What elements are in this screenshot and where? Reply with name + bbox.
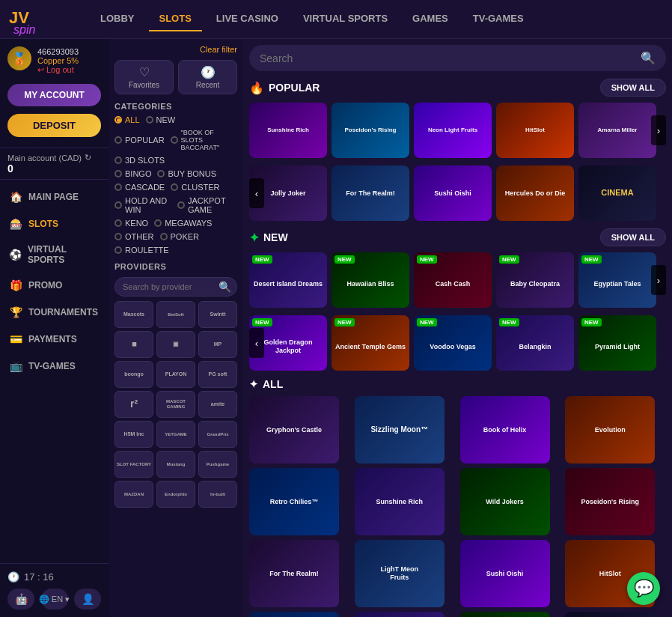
sidebar-item-main-page[interactable]: 🏠 MAIN PAGE: [0, 183, 109, 210]
cat-book-of-slots[interactable]: "BOOK OF SLOTS BACCARAT": [171, 127, 237, 153]
all-game-poseidons[interactable]: Poseidon's Rising: [565, 468, 655, 535]
new-row2-prev[interactable]: ‹: [249, 328, 264, 358]
provider-endorphin[interactable]: Endorphin: [156, 481, 195, 508]
language-button[interactable]: 🌐EN▾: [41, 589, 68, 610]
all-game-hercules2[interactable]: Hercules Do or Die: [355, 612, 445, 617]
all-game-book-helix[interactable]: Book of Helix: [460, 396, 550, 463]
game-sunshine-rich[interactable]: Sunshine Rich: [249, 103, 327, 158]
android-button[interactable]: 🤖: [7, 589, 34, 610]
cat-new[interactable]: NEW: [146, 114, 176, 126]
game-pyramid-light[interactable]: NEW Pyramid Light: [578, 315, 656, 371]
profile-button[interactable]: 👤: [74, 589, 101, 610]
sidebar-item-payments[interactable]: 💳 PAYMENTS: [0, 326, 109, 353]
provider-mascots[interactable]: Mascots: [114, 301, 153, 328]
sidebar-item-virtual-sports[interactable]: ⚽ VIRTUAL SPORTS: [0, 237, 109, 272]
game-hawaiian-bliss[interactable]: NEW Hawaiian Bliss: [332, 252, 409, 308]
nav-live-casino[interactable]: LIVE CASINO: [206, 7, 289, 31]
provider-pushgame[interactable]: Pushgame: [198, 451, 237, 478]
sidebar-item-tv-games[interactable]: 📺 TV-GAMES: [0, 353, 109, 380]
provider-playson[interactable]: PLAYON: [156, 361, 195, 388]
game-amarna-miller[interactable]: Amarna Miller: [578, 103, 656, 158]
cat-jackpot[interactable]: JACKPOT GAME: [177, 195, 237, 216]
cat-megaways[interactable]: MEGAWAYS: [154, 217, 212, 229]
cat-keno[interactable]: KENO: [114, 217, 148, 229]
sidebar-item-tournaments[interactable]: 🏆 TOURNAMENTS: [0, 299, 109, 326]
all-game-sushi-oishi2[interactable]: Sushi Oishi: [460, 540, 550, 607]
popular-show-all[interactable]: SHOW ALL: [600, 79, 666, 97]
all-game-evolution[interactable]: Evolution: [565, 396, 655, 463]
cat-buy-bonus[interactable]: BUY BONUS: [157, 168, 216, 180]
cat-3d-slots[interactable]: 3D SLOTS: [114, 154, 165, 166]
recent-button[interactable]: 🕐 Recent: [178, 60, 237, 94]
all-game-sunshine-rich[interactable]: Sunshine Rich: [355, 468, 445, 535]
game-sushi-oishi[interactable]: Sushi Oishi: [414, 165, 492, 221]
provider-inbuilt[interactable]: In-built: [198, 481, 237, 508]
clear-filter-button[interactable]: Clear filter: [200, 45, 237, 54]
cat-other[interactable]: OTHER: [114, 231, 154, 243]
nav-virtual-sports[interactable]: VIRTUAL SPORTS: [293, 7, 398, 31]
game-egyptian-tales[interactable]: NEW Egyptian Tales: [578, 252, 656, 308]
cat-roulette[interactable]: ROULETTE: [114, 244, 169, 256]
all-game-neon-light[interactable]: LighT MeonFruits: [355, 540, 445, 607]
refresh-icon[interactable]: ↻: [85, 153, 91, 162]
provider-r[interactable]: r²: [114, 391, 153, 418]
logout-button[interactable]: ↩ Log out: [37, 65, 79, 75]
game-voodoo-vegas[interactable]: NEW Voodoo Vegas: [414, 315, 492, 371]
all-game-gryphons-castle[interactable]: Gryphon's Castle: [249, 396, 339, 463]
my-account-button[interactable]: MY ACCOUNT: [7, 84, 101, 106]
game-hitslot[interactable]: HitSlot: [496, 103, 574, 158]
game-ancient-temple[interactable]: NEW Ancient Temple Gems: [332, 315, 409, 371]
nav-lobby[interactable]: LOBBY: [90, 7, 145, 31]
provider-mazdan[interactable]: MAZDAN: [114, 481, 153, 508]
provider-pgsoft[interactable]: PG soft: [198, 361, 237, 388]
cat-cascade[interactable]: CASCADE: [114, 181, 165, 193]
all-game-wild-jokers[interactable]: Wild Jokers: [460, 468, 550, 535]
all-game-sizzling-moon[interactable]: Sizzling Moon™: [355, 396, 445, 463]
chat-button[interactable]: 💬: [627, 572, 660, 605]
provider-amite[interactable]: amite: [198, 391, 237, 418]
cat-poker[interactable]: POKER: [160, 231, 200, 243]
game-hercules[interactable]: Hercules Do or Die: [496, 165, 574, 221]
nav-slots[interactable]: SLOTS: [149, 7, 202, 31]
new-show-all[interactable]: SHOW ALL: [600, 228, 666, 246]
all-game-amarna2[interactable]: Amarna Miller Cleopatra: [460, 612, 550, 617]
game-belangkin[interactable]: NEW Belangkin: [496, 315, 574, 371]
popular-row1-next[interactable]: ›: [651, 115, 666, 145]
provider-slot-factory[interactable]: SLOT FACTORY: [114, 451, 153, 478]
provider-boongo[interactable]: boongo: [114, 361, 153, 388]
cat-hold-win[interactable]: HOLD AND WIN: [114, 195, 171, 216]
favorites-button[interactable]: ♡ Favorites: [114, 60, 174, 94]
provider-mustang[interactable]: Mustang: [156, 451, 195, 478]
logo[interactable]: JV spin: [7, 1, 75, 38]
provider-spinomenal[interactable]: ◼: [114, 331, 153, 358]
cat-all[interactable]: ALL: [114, 114, 140, 126]
provider-yetgame[interactable]: YETGAME: [156, 421, 195, 448]
all-game-take-olympus[interactable]: Take Olympus: [249, 612, 339, 617]
search-input[interactable]: [260, 52, 641, 64]
sidebar-item-promo[interactable]: 🎁 PROMO: [0, 272, 109, 299]
provider-grandprix[interactable]: GrandPrix: [198, 421, 237, 448]
game-desert-island[interactable]: NEW Desert Island Dreams: [249, 252, 327, 308]
new-row1-next[interactable]: ›: [651, 265, 666, 295]
game-cash-cash[interactable]: NEW Cash Cash: [414, 252, 492, 308]
all-game-for-realm[interactable]: For The Realm!: [249, 540, 339, 607]
game-for-the-realm[interactable]: For The Realm!: [332, 165, 409, 221]
deposit-button[interactable]: DEPOSIT: [7, 114, 101, 137]
cat-bingo[interactable]: BINGO: [114, 168, 151, 180]
game-neon-light[interactable]: Neon Light Fruits: [414, 103, 492, 158]
provider-betsoft[interactable]: BetSoft: [156, 301, 195, 328]
provider-swintt[interactable]: Swintt: [198, 301, 237, 328]
game-cinema-popular[interactable]: CINEMA: [578, 165, 656, 221]
provider-mascot-gaming[interactable]: MASCOT GAMING: [156, 391, 195, 418]
game-baby-cleopatra[interactable]: NEW Baby Cleopatra: [496, 252, 574, 308]
cat-cluster[interactable]: CLUSTER: [171, 181, 219, 193]
nav-games[interactable]: GAMES: [402, 7, 459, 31]
provider-micropros[interactable]: MP: [198, 331, 237, 358]
popular-row2-prev[interactable]: ‹: [249, 178, 264, 208]
all-game-cinema[interactable]: CINEMA: [565, 612, 655, 617]
cat-popular[interactable]: POPULAR: [114, 127, 165, 153]
provider-egt[interactable]: ▣: [156, 331, 195, 358]
game-poseidons-rising[interactable]: Poseidon's Rising: [332, 103, 409, 158]
nav-tv-games[interactable]: TV-GAMES: [462, 7, 534, 31]
all-game-retro-chilies[interactable]: Retro Chilies™: [249, 468, 339, 535]
